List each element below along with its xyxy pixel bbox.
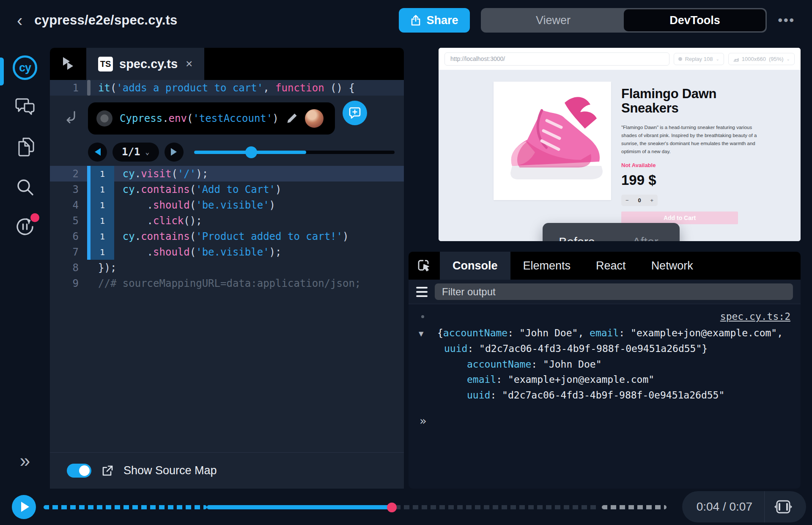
line-number: 4 (50, 199, 87, 211)
inspect-element-button[interactable] (409, 252, 440, 280)
fast-forward-button[interactable] (50, 48, 86, 80)
log-property-row[interactable]: uuid: "d2c7ac06-4fd3-4b9f-988f-0e9451a26… (419, 388, 790, 403)
timeline-track[interactable] (44, 495, 671, 519)
filter-input[interactable] (435, 283, 793, 300)
devtools-tab-console[interactable]: Console (440, 252, 510, 280)
page-title: cypress/e2e/spec.cy.ts (34, 13, 177, 28)
editor-tab-bar: TS spec.cy.ts × (50, 48, 404, 80)
product-info: Flamingo Dawn Sneakers "Flamingo Dawn" i… (621, 87, 763, 224)
sidebar-item-search[interactable] (12, 174, 38, 200)
command-arg: 'testAccount' (193, 113, 272, 124)
app-window: ‹ cypress/e2e/spec.cy.ts Share Viewer De… (0, 0, 812, 525)
code-line[interactable]: 9 //# sourceMappingURL=data:application/… (50, 275, 404, 291)
log-object-children: accountName: "John Doe"email: "example+j… (419, 357, 790, 403)
sneaker-image (494, 82, 611, 200)
counter-value: 1/1 (122, 146, 140, 158)
code-lines[interactable]: 2 1 cy.visit('/'); 3 1 cy.contains('Add … (50, 166, 404, 291)
slider-thumb[interactable] (245, 146, 257, 158)
replay-badge[interactable]: Replay 108 ⌄ (674, 53, 724, 65)
play-button[interactable] (12, 495, 36, 519)
command-slider[interactable] (194, 143, 395, 162)
console-prompt[interactable]: » (419, 414, 790, 427)
back-button[interactable]: ‹ (17, 12, 22, 29)
command-code: Cypress.env('testAccount') (120, 113, 279, 124)
code-area: 1 it('adds a product to cart', function … (50, 80, 404, 452)
devtools-tab-elements[interactable]: Elements (510, 252, 584, 280)
chevron-down-icon: ⌄ (787, 57, 790, 61)
prev-command-button[interactable] (88, 143, 107, 162)
editor-tab-spec[interactable]: TS spec.cy.ts × (86, 48, 204, 80)
gutter-bar (87, 197, 91, 213)
console-log-area: spec.cy.ts:2 ▼{accountName: "John Doe", … (409, 304, 801, 489)
jump-indicator-icon (63, 110, 78, 124)
share-icon (411, 15, 421, 26)
command-nav-row: 1/1 ⌄ (88, 142, 395, 162)
log-object-preview[interactable]: ▼{accountName: "John Doe", email: "examp… (419, 325, 790, 357)
code-line[interactable]: 3 1 cy.contains('Add to Cart') (50, 181, 404, 197)
next-command-button[interactable] (165, 143, 184, 162)
gutter-bar (87, 213, 91, 228)
frame-view-button[interactable] (765, 500, 802, 514)
sidebar-item-comments[interactable] (12, 95, 38, 120)
more-menu-button[interactable]: ••• (778, 13, 795, 27)
sidebar-item-replay[interactable] (12, 214, 38, 239)
after-button[interactable]: After (611, 223, 680, 241)
fast-forward-icon (60, 55, 77, 72)
code-line-1[interactable]: 1 it('adds a product to cart', function … (50, 80, 404, 96)
url-bar[interactable]: http://localhost:3000/ (444, 52, 669, 66)
timeline-upcoming-segment (395, 505, 599, 509)
close-tab-icon[interactable]: × (186, 57, 192, 71)
console-menu-icon[interactable] (416, 287, 428, 297)
search-icon (15, 177, 35, 197)
gutter-bar (87, 166, 91, 181)
hit-count: 1 (91, 244, 114, 260)
code-line[interactable]: 7 1 .should('be.visible'); (50, 244, 404, 260)
browser-preview-panel: http://localhost:3000/ Replay 108 ⌄ 1000… (439, 48, 801, 241)
product-image-card (494, 82, 611, 200)
playhead-marker[interactable] (387, 503, 397, 512)
sidebar-item-cypress[interactable]: cy (12, 55, 38, 80)
viewport-size-badge[interactable]: 1000x660 (95%) ⌄ (728, 53, 795, 65)
user-avatar[interactable] (305, 109, 324, 128)
before-button[interactable]: Before (543, 223, 611, 241)
source-map-toggle[interactable] (67, 464, 91, 478)
code-line[interactable]: 4 1 .should('be.visible') (50, 197, 404, 213)
log-property-row[interactable]: email: "example+jon@example.com" (419, 372, 790, 388)
decrement-button[interactable]: − (625, 197, 629, 203)
code-line[interactable]: 5 1 .click(); (50, 213, 404, 228)
command-counter-dropdown[interactable]: 1/1 ⌄ (112, 143, 159, 162)
url-text: http://localhost:3000/ (450, 55, 505, 62)
active-indicator (0, 58, 4, 85)
comment-plus-icon (348, 107, 361, 119)
command-tooltip: Cypress.env('testAccount') (88, 102, 335, 135)
devtools-tab-network[interactable]: Network (639, 252, 706, 280)
expand-sidebar-button[interactable]: » (20, 451, 30, 470)
share-button[interactable]: Share (399, 8, 470, 33)
line-number: 8 (50, 262, 87, 274)
tab-viewer[interactable]: Viewer (482, 9, 624, 31)
time-display-pill: 0:04 / 0:07 (682, 491, 806, 522)
add-comment-button[interactable] (343, 101, 367, 125)
tab-devtools[interactable]: DevTools (624, 9, 765, 31)
code-line[interactable]: 1 it('adds a product to cart', function … (50, 80, 404, 96)
external-link-icon (102, 465, 113, 477)
devtools-tab-react[interactable]: React (583, 252, 639, 280)
devtools-tab-bar: ConsoleElementsReactNetwork (409, 252, 801, 280)
browser-chrome: http://localhost:3000/ Replay 108 ⌄ 1000… (439, 48, 801, 70)
before-after-toggle: Before After (543, 223, 680, 241)
sidebar-item-specs[interactable] (12, 135, 38, 160)
hit-count: 1 (91, 181, 114, 197)
log-property-row[interactable]: accountName: "John Doe" (419, 357, 790, 372)
left-sidebar: cy » (0, 41, 50, 489)
add-to-cart-button[interactable]: Add to Cart (621, 212, 738, 224)
quantity-stepper[interactable]: − 0 + (621, 195, 658, 206)
code-line[interactable]: 2 1 cy.visit('/'); (50, 166, 404, 181)
hit-count: 1 (91, 228, 114, 244)
increment-button[interactable]: + (650, 197, 653, 203)
expand-caret-icon[interactable]: ▼ (419, 327, 437, 340)
edit-pencil-icon[interactable] (286, 113, 298, 124)
copy-files-icon (15, 137, 35, 158)
log-source-link[interactable]: spec.cy.ts:2 (720, 311, 790, 322)
code-line[interactable]: 8 }); (50, 260, 404, 275)
code-line[interactable]: 6 1 cy.contains('Product added to cart!'… (50, 228, 404, 244)
